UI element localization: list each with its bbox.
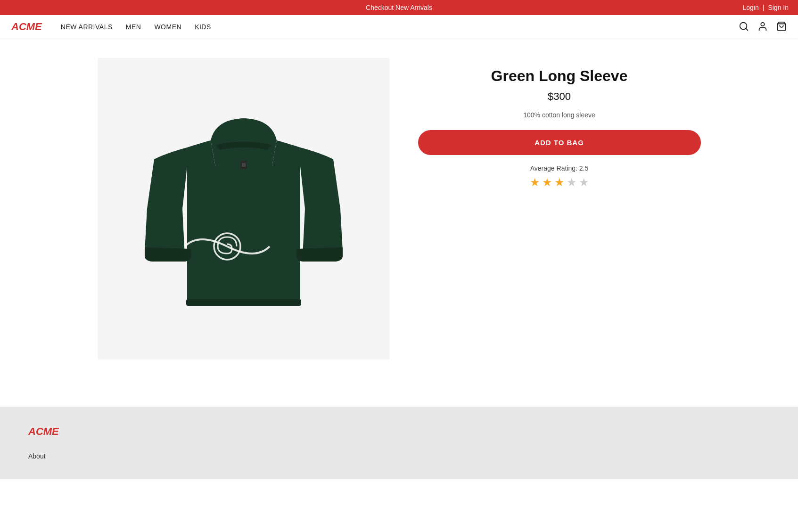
nav-men[interactable]: MEN (126, 23, 141, 31)
search-icon[interactable] (739, 21, 749, 33)
product-image-container (98, 58, 390, 360)
nav-women[interactable]: WOMEN (154, 23, 181, 31)
star-5: ★ (579, 176, 589, 189)
navbar: ACME NEW ARRIVALS MEN WOMEN KIDS (0, 15, 798, 39)
footer-logo: ACME (28, 426, 770, 438)
nav-icons (739, 21, 787, 33)
star-1: ★ (530, 176, 540, 189)
signin-link[interactable]: Sign In (768, 4, 789, 11)
star-rating: ★ ★ ★ ★ ★ (530, 176, 589, 189)
svg-rect-4 (186, 299, 301, 306)
star-4: ★ (567, 176, 577, 189)
rating-label: Average Rating: 2.5 (530, 164, 589, 172)
star-3: ★ (554, 176, 565, 189)
nav-new-arrivals[interactable]: NEW ARRIVALS (61, 23, 113, 31)
nav-kids[interactable]: KIDS (195, 23, 211, 31)
svg-point-2 (761, 22, 764, 25)
banner-text: Checkout New Arrivals (366, 4, 432, 11)
svg-line-1 (746, 28, 748, 30)
product-price: $300 (548, 90, 571, 103)
top-banner: Checkout New Arrivals Login | Sign In (0, 0, 798, 15)
product-description: 100% cotton long sleeve (523, 111, 595, 119)
main-content: Green Long Sleeve $300 100% cotton long … (69, 39, 729, 378)
cart-icon[interactable] (776, 21, 787, 33)
add-to-bag-button[interactable]: ADD TO BAG (418, 130, 701, 155)
brand-logo[interactable]: ACME (11, 21, 42, 33)
product-title: Green Long Sleeve (491, 67, 628, 85)
svg-rect-7 (242, 163, 246, 167)
banner-actions: Login | Sign In (743, 4, 789, 11)
product-image (121, 72, 366, 345)
footer-about-link[interactable]: About (28, 452, 46, 460)
nav-links: NEW ARRIVALS MEN WOMEN KIDS (61, 23, 739, 31)
footer: ACME About (0, 407, 798, 479)
product-details: Green Long Sleeve $300 100% cotton long … (418, 58, 701, 360)
star-2: ★ (542, 176, 552, 189)
login-link[interactable]: Login (743, 4, 759, 11)
banner-separator: | (763, 4, 765, 11)
footer-links: About (28, 452, 770, 460)
account-icon[interactable] (757, 21, 768, 33)
